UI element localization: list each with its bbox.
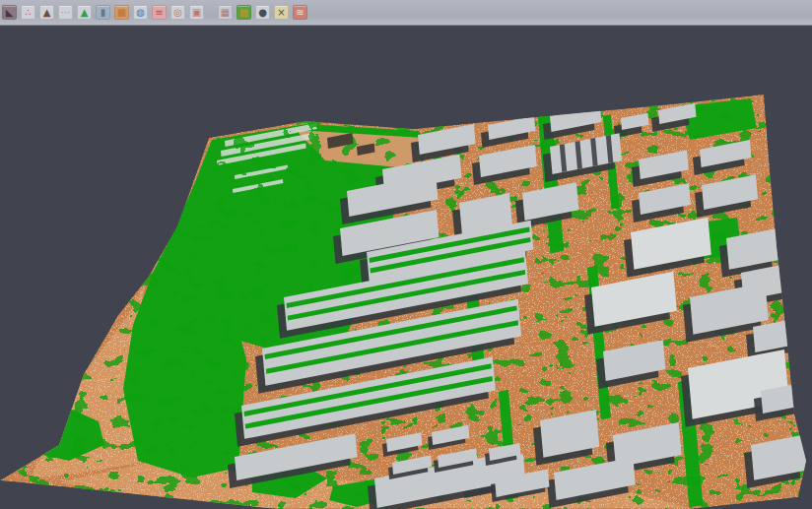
terrain-icon[interactable]: ▲ (39, 5, 54, 20)
toolbar: ◣∴▲⋯▲▮■◍≡◎▣▦▩●×≋ (0, 0, 812, 26)
point-cloud-canvas[interactable] (0, 26, 812, 509)
ground-class-icon[interactable]: ■ (114, 5, 129, 20)
profile-icon[interactable]: ▮ (96, 5, 110, 20)
sphere-icon[interactable]: ● (255, 5, 270, 20)
sparse-points-icon[interactable]: ⋯ (58, 5, 73, 20)
globe-icon[interactable]: ◍ (133, 5, 148, 20)
layers-icon[interactable]: ≡ (152, 5, 167, 20)
flag-icon[interactable]: ≋ (293, 5, 307, 20)
open-file-icon[interactable]: ◣ (2, 5, 17, 20)
measure-icon[interactable]: × (274, 5, 289, 20)
circle-select-icon[interactable]: ◎ (170, 5, 185, 20)
raster-icon[interactable]: ▦ (218, 5, 233, 20)
vegetation-class-icon[interactable]: ▲ (77, 5, 92, 20)
classification-map-icon[interactable]: ▩ (237, 5, 251, 20)
extent-icon[interactable]: ▣ (189, 5, 204, 20)
viewport-3d[interactable] (0, 26, 812, 509)
toolbar-separator (208, 5, 214, 20)
point-picking-icon[interactable]: ∴ (21, 5, 35, 20)
